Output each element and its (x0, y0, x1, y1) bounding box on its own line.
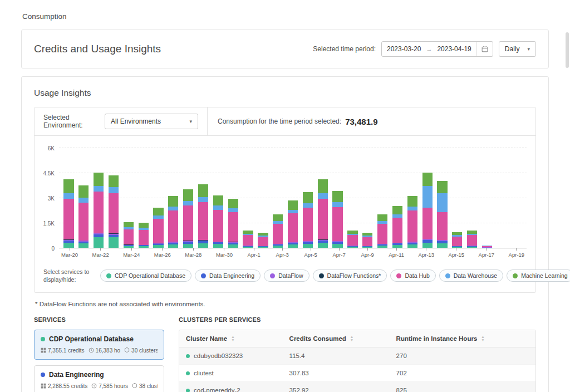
bar-segment (78, 243, 89, 248)
bar-segment (288, 210, 298, 214)
granularity-select[interactable]: Daily ▾ (499, 41, 536, 57)
service-hours: 16,383 ho (96, 347, 121, 354)
bar-Apr-16[interactable] (465, 148, 480, 248)
bar-Apr-14[interactable] (435, 148, 450, 248)
x-tick-slot: Apr-3 (275, 248, 289, 258)
service-credits-stat: 7,355.1 credits (41, 347, 85, 354)
header-card: Credits and Usage Insights Selected time… (21, 30, 549, 68)
bar-Apr-7[interactable] (330, 148, 345, 248)
bar-Apr-8[interactable] (345, 148, 360, 248)
bar-segment (228, 208, 238, 212)
legend-pill-dataflow-functions-[interactable]: DataFlow Functions* (313, 270, 387, 282)
bar-Mar-22[interactable] (91, 148, 106, 248)
service-card[interactable]: CDP Operational Database7,355.1 credits1… (34, 330, 164, 360)
bar-segment (392, 206, 402, 214)
start-date-input[interactable]: 2023-03-20 (382, 42, 426, 56)
bar-Mar-28[interactable] (181, 148, 196, 248)
cluster-name-cell: cod-pmereddy-2 (179, 382, 283, 392)
environment-select[interactable]: All Environments ▾ (105, 114, 198, 129)
column-header-runtime[interactable]: Runtime in Instance Hours▲▼ (390, 330, 535, 347)
clusters-column: CLUSTERS PER SERVICES Cluster Name▲▼Cred… (179, 316, 536, 392)
x-tick-slot (464, 248, 478, 258)
bar-segment (78, 203, 89, 241)
sort-icon[interactable]: ▲▼ (231, 335, 234, 342)
bar-Apr-11[interactable] (390, 148, 405, 248)
bar-Mar-31[interactable] (225, 148, 240, 248)
service-hours-stat: 16,383 ho (89, 347, 121, 354)
bar-Mar-20[interactable] (61, 148, 76, 248)
bar-Apr-9[interactable] (360, 148, 375, 248)
bar-Apr-5[interactable] (301, 148, 316, 248)
service-stats: 2,288.55 credits7,585 hours38 clusters (41, 383, 158, 390)
legend-pill-cdp-operational-database[interactable]: CDP Operational Database (100, 270, 191, 282)
bar-Mar-27[interactable] (166, 148, 181, 248)
bar-Mar-24[interactable] (121, 148, 136, 248)
bar-segment (168, 196, 178, 207)
sort-icon[interactable]: ▲▼ (350, 335, 353, 342)
column-header-name[interactable]: Cluster Name▲▼ (179, 330, 283, 347)
bar-Apr-18[interactable] (494, 148, 509, 248)
legend-pill-data-warehouse[interactable]: Data Warehouse (439, 270, 503, 282)
scrollbar-thumb[interactable] (566, 32, 569, 68)
bar-Mar-30[interactable] (210, 148, 225, 248)
x-tick-slot: Apr-5 (303, 248, 317, 258)
bar-segment (422, 208, 433, 239)
bar-Apr-4[interactable] (286, 148, 301, 248)
bar-Apr-12[interactable] (405, 148, 420, 248)
bar-segment (288, 200, 298, 210)
legend-pill-data-hub[interactable]: Data Hub (390, 270, 435, 282)
bar-Apr-15[interactable] (450, 148, 465, 248)
service-card[interactable]: Data Engineering2,288.55 credits7,585 ho… (34, 365, 164, 392)
table-row[interactable]: cdubyodb032323115.4270 (179, 347, 535, 365)
x-tick-mark (516, 248, 517, 251)
y-tick-label: 0 (51, 246, 55, 252)
bar-segment (228, 212, 238, 242)
x-tick-label: Apr-9 (360, 252, 374, 258)
end-date-input[interactable]: 2023-04-19 (432, 42, 476, 56)
sort-icon[interactable]: ▲▼ (481, 335, 484, 342)
bar-Apr-19[interactable] (509, 148, 524, 248)
bar-Apr-6[interactable] (315, 148, 330, 248)
bar-Mar-26[interactable] (151, 148, 166, 248)
legend-pill-data-engineering[interactable]: Data Engineering (195, 270, 261, 282)
service-dot (41, 373, 45, 377)
bar-segment (377, 224, 387, 244)
chart-x-axis: Mar-20Mar-22Mar-24Mar-26Mar-28Mar-30Apr-… (59, 248, 527, 258)
bar-Mar-29[interactable] (196, 148, 211, 248)
bar-segment (183, 205, 193, 241)
legend-pill-dataflow[interactable]: DataFlow (264, 270, 309, 282)
bar-segment (347, 235, 357, 246)
bar-Mar-25[interactable] (136, 148, 151, 248)
bar-Apr-13[interactable] (420, 148, 435, 248)
bar-segment (63, 199, 73, 240)
date-range-picker[interactable]: 2023-03-20 → 2023-04-19 (381, 41, 493, 57)
table-row[interactable]: cliutest307.83702 (179, 365, 535, 382)
x-tick-slot: Mar-30 (216, 248, 233, 258)
bar-Mar-21[interactable] (76, 148, 91, 248)
service-name: Data Engineering (49, 371, 104, 379)
x-tick-slot: Apr-13 (419, 248, 435, 258)
x-tick-mark (224, 248, 224, 251)
bar-segment (124, 246, 134, 248)
legend-pill-machine-learning[interactable]: Machine Learning (507, 270, 570, 282)
table-row[interactable]: cod-pmereddy-2352.92825 (179, 382, 535, 392)
clock-icon (91, 383, 97, 390)
bar-Apr-3[interactable] (271, 148, 286, 248)
bar-segment (377, 246, 387, 248)
service-clusters-stat: 38 clusters (132, 383, 158, 390)
column-header-credits[interactable]: Credits Consumed▲▼ (283, 330, 390, 347)
chart-legend: Select services to display/hide: CDP Ope… (35, 260, 535, 292)
bar-segment (198, 243, 208, 248)
bar-Apr-2[interactable] (255, 148, 271, 248)
bar-Apr-17[interactable] (480, 148, 495, 248)
consumption-label: Consumption for the time period selected… (218, 117, 341, 125)
bar-Apr-10[interactable] (375, 148, 390, 248)
bar-segment (213, 205, 223, 210)
bar-Mar-23[interactable] (106, 148, 121, 248)
bar-segment (94, 173, 104, 186)
bar-Apr-1[interactable] (240, 148, 255, 248)
calendar-icon[interactable] (476, 42, 493, 56)
legend-pill-label: DataFlow (278, 272, 303, 279)
y-tick-label: 4.5K (43, 170, 55, 177)
x-tick-slot (202, 248, 215, 258)
